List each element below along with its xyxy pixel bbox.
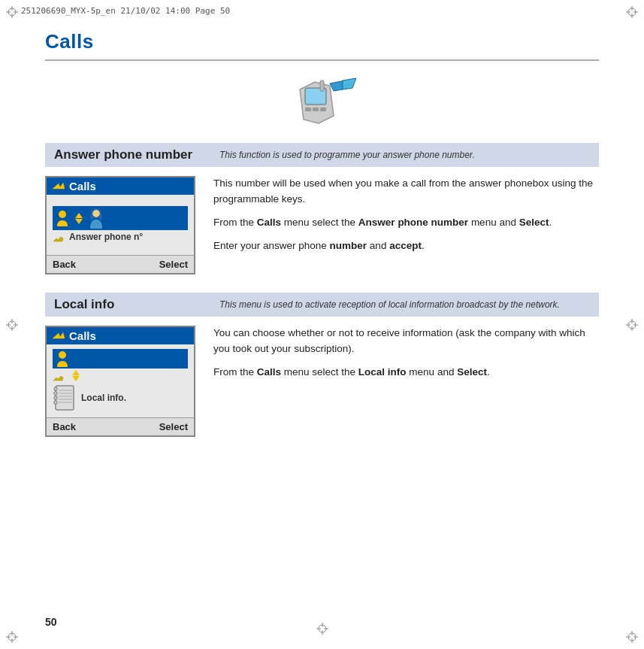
reg-mark-mr xyxy=(626,319,638,331)
reg-mark-ml xyxy=(6,319,18,331)
local-para-2: From the Calls menu select the Local inf… xyxy=(213,365,599,381)
section-answer-phone-text: This number will be used when you make a… xyxy=(213,176,599,262)
svg-rect-24 xyxy=(54,387,57,390)
phone-screen-title-answer: Calls xyxy=(47,177,194,195)
section-answer-phone-title: Answer phone number xyxy=(54,147,204,162)
svg-point-15 xyxy=(92,210,100,217)
answer-para-2: From the Calls menu select the Answer ph… xyxy=(213,215,599,231)
svg-rect-26 xyxy=(54,396,57,399)
svg-rect-18 xyxy=(99,215,102,220)
screen-label-local: Local info. xyxy=(81,393,126,403)
screen-item-row-phone: Answer phone n° xyxy=(53,230,188,244)
svg-rect-17 xyxy=(90,215,93,220)
phone-screen-bottom-local: Back Select xyxy=(47,417,194,435)
section-local-info-content: Calls xyxy=(45,326,599,437)
reg-mark-tr xyxy=(626,6,638,18)
screen-item-row-local xyxy=(53,368,188,383)
svg-marker-19 xyxy=(53,237,63,241)
svg-rect-12 xyxy=(320,108,326,111)
svg-rect-7 xyxy=(320,80,324,91)
svg-point-21 xyxy=(59,351,66,359)
page-title-section: Calls xyxy=(45,30,599,61)
btn-back-answer: Back xyxy=(53,259,76,270)
phone-screen-answer: Calls xyxy=(45,176,195,274)
svg-rect-11 xyxy=(313,108,319,111)
section-answer-phone-header: Answer phone number This function is use… xyxy=(45,143,599,167)
svg-rect-10 xyxy=(305,108,311,111)
reg-mark-br xyxy=(626,631,638,643)
screen-item-row-book: Local info. xyxy=(53,383,188,413)
svg-point-14 xyxy=(59,211,66,218)
section-answer-phone-content: Calls xyxy=(45,176,599,274)
svg-marker-20 xyxy=(53,332,65,338)
phone-illustration xyxy=(289,74,356,129)
section-answer-phone: Answer phone number This function is use… xyxy=(45,143,599,274)
phone-screen-body-answer: Answer phone n° xyxy=(47,195,194,255)
svg-rect-25 xyxy=(54,392,57,395)
svg-rect-23 xyxy=(56,386,74,410)
reg-mark-bottom-center xyxy=(316,623,328,637)
answer-para-3: Enter your answer phone number and accep… xyxy=(213,238,599,254)
section-local-info: Local info This menu is used to activate… xyxy=(45,293,599,437)
reg-mark-tl xyxy=(6,6,18,18)
svg-marker-22 xyxy=(53,376,63,381)
section-local-info-text: You can choose whether or not to receive… xyxy=(213,326,599,388)
local-para-1: You can choose whether or not to receive… xyxy=(213,326,599,357)
phone-screen-bottom-answer: Back Select xyxy=(47,255,194,273)
phone-screen-local: Calls xyxy=(45,326,195,437)
screen-highlighted-row-local xyxy=(53,349,188,368)
btn-select-local: Select xyxy=(159,421,188,432)
section-local-info-title: Local info xyxy=(54,297,204,312)
svg-rect-27 xyxy=(54,401,57,404)
page-number: 50 xyxy=(45,616,57,628)
btn-select-answer: Select xyxy=(159,259,188,270)
nav-arrows-local xyxy=(72,370,80,381)
phone-illustration-area xyxy=(45,74,599,129)
svg-marker-13 xyxy=(53,183,65,189)
page-title: Calls xyxy=(45,30,599,53)
section-local-info-desc: This menu is used to activate reception … xyxy=(219,299,560,310)
section-local-info-header: Local info This menu is used to activate… xyxy=(45,293,599,317)
section-answer-phone-desc: This function is used to programme your … xyxy=(219,150,475,160)
page-header-meta: 251206690_MYX-5p_en 21/10/02 14:00 Page … xyxy=(21,6,230,16)
phone-screen-title-local: Calls xyxy=(47,327,194,344)
screen-highlighted-row xyxy=(53,206,188,230)
answer-para-1: This number will be used when you make a… xyxy=(213,176,599,208)
btn-back-local: Back xyxy=(53,421,76,432)
screen-label-answer: Answer phone n° xyxy=(69,232,143,242)
nav-arrows xyxy=(75,213,83,224)
phone-screen-body-local: Local info. xyxy=(47,344,194,417)
svg-marker-9 xyxy=(343,78,356,89)
reg-mark-bl xyxy=(6,631,18,643)
